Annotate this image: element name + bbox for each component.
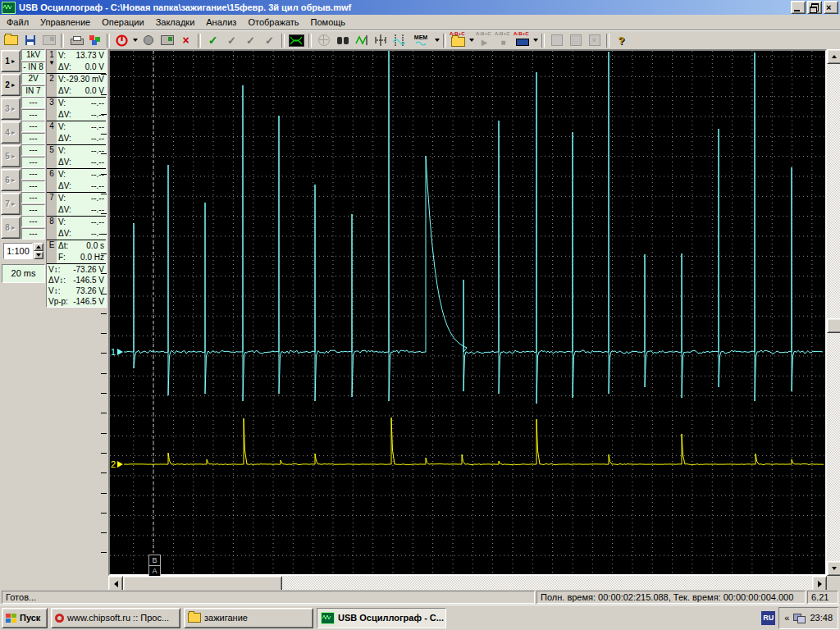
channel-5-range[interactable]: --- [21,144,45,156]
channel-2-range[interactable]: 2V [21,73,45,84]
elapsed-time: 0.0 s [86,241,104,251]
scroll-up-button[interactable] [827,49,840,64]
cursor-a-label[interactable]: A [148,565,161,577]
channel-1-range[interactable]: 1kV [21,49,45,61]
power-record-icon [116,34,128,47]
close-button[interactable]: × [824,1,838,14]
channel-3-button[interactable]: 3► [1,98,21,120]
square-icon [551,34,563,46]
channel-8-range[interactable]: --- [21,216,45,227]
single-record-button[interactable] [139,32,158,49]
memory-dropdown[interactable] [433,32,441,49]
channel-3-range[interactable]: --- [21,97,45,108]
math-display-button[interactable]: A:B+C [513,32,532,49]
vertical-cursors-button[interactable] [371,32,390,49]
menu-control[interactable]: Управление [34,16,96,29]
channel-1-button[interactable]: 1► [1,50,21,72]
menu-display[interactable]: Отображать [242,16,304,29]
waveform-canvas[interactable]: 12 [110,51,825,574]
mark-next-button[interactable]: ✓ [222,32,241,49]
measure-row-3: 3 V:--.-- ΔV:--.-- [47,98,106,121]
fit-waveform-icon [355,34,368,46]
channel-4-range[interactable]: --- [21,121,45,132]
channel-7-input[interactable]: --- [21,204,45,216]
channel-2-input[interactable]: IN 7 [21,85,45,97]
open-file-button[interactable] [2,32,21,49]
timebase-display[interactable]: 20 ms [2,264,45,283]
channel-8-input[interactable]: --- [21,228,45,240]
dropdown-icon [533,39,538,42]
channel-7-button[interactable]: 7► [1,193,21,215]
cursor-b-label[interactable]: B [148,555,161,566]
taskbar-item-folder[interactable]: зажигание [184,608,313,628]
start-button[interactable]: Пуск [2,608,48,628]
channel-arrow-icon: ► [11,201,16,207]
channel-6-range[interactable]: --- [21,168,45,180]
save-file-button[interactable] [21,32,39,49]
minimize-button[interactable] [791,1,806,14]
start-acquisition-dropdown[interactable] [131,32,139,49]
snapshot-button[interactable] [158,32,176,49]
menu-help[interactable]: Помощь [305,16,352,29]
taskbar-item-browser[interactable]: www.chipsoft.ru :: Прос... [51,608,180,628]
dropdown-icon [469,39,474,42]
channel-4-input[interactable]: --- [21,133,45,144]
language-indicator[interactable]: RU [761,611,775,625]
channel-arrow-icon: ► [11,177,16,183]
help-button[interactable]: ? [612,32,631,49]
math-open-button[interactable]: A:B+C [449,32,468,49]
cursor-measure-4: Vp-p:-146.5 V [47,296,106,307]
menu-operations[interactable]: Операции [96,16,149,29]
signal-cursors-button[interactable] [390,32,409,49]
oscilloscope-icon [321,612,335,624]
display-mode-button[interactable] [287,32,306,49]
measure-row-1: 1▼ V:13.73 V ΔV:0.0 V [47,50,106,74]
channel-4-button[interactable]: 4► [1,121,21,144]
math-open-dropdown[interactable] [468,32,475,49]
channel-arrow-icon: ► [11,82,16,88]
vertical-scroll-thumb[interactable] [827,318,840,333]
display-settings-button[interactable] [85,32,104,49]
folder-icon [188,613,201,623]
toolbar-separator [308,34,312,48]
channel-3-input[interactable]: --- [21,109,45,121]
spin-down-button[interactable] [34,251,43,259]
floppy-icon [25,35,35,45]
channel-6-input[interactable]: --- [21,180,45,192]
spin-up-button[interactable] [34,243,43,251]
vertical-scrollbar[interactable] [827,49,840,576]
mark-all-button[interactable]: ✓ [241,32,260,49]
math-display-dropdown[interactable] [532,32,539,49]
tray-chevron-button[interactable]: « [784,613,789,623]
horizontal-scrollbar[interactable] [108,576,827,590]
checkmark-gray-icon: ✓ [246,34,255,47]
menu-analysis[interactable]: Анализ [200,16,242,29]
start-acquisition-button[interactable] [112,32,131,49]
channel-7-range[interactable]: --- [21,192,45,203]
mark-jump-button[interactable]: ✓ [260,32,279,49]
channel-arrow-icon: ► [11,153,16,159]
scroll-down-button[interactable] [827,561,840,576]
scope-display[interactable]: 12 B A [108,49,827,576]
channel-2-button[interactable]: 2► [1,74,21,96]
search-button[interactable] [333,32,352,49]
restore-button[interactable] [807,1,822,14]
menu-file[interactable]: Файл [1,16,34,29]
fit-signal-button[interactable] [352,32,371,49]
channel-6-button[interactable]: 6► [1,169,21,191]
channel-5-input[interactable]: --- [21,157,45,168]
dotted-square-icon [570,34,582,46]
signal-cursors-icon [393,34,405,46]
network-icon[interactable] [793,614,806,623]
apply-marks-button[interactable]: ✓ [203,32,222,49]
channel-1-input[interactable]: - IN 8 [21,62,45,73]
memory-button[interactable]: MEM [409,32,433,49]
probe-ratio-input[interactable]: 1:100 [3,243,33,259]
taskbar-item-oscilloscope[interactable]: USB Осциллограф - C... [317,608,446,628]
print-button[interactable] [66,32,85,49]
channel-row: 1► 1kV- IN 8 [0,49,46,73]
menu-bookmarks[interactable]: Закладки [150,16,201,29]
channel-5-button[interactable]: 5► [1,145,21,167]
channel-8-button[interactable]: 8► [1,217,21,239]
erase-button[interactable]: × [176,32,195,49]
